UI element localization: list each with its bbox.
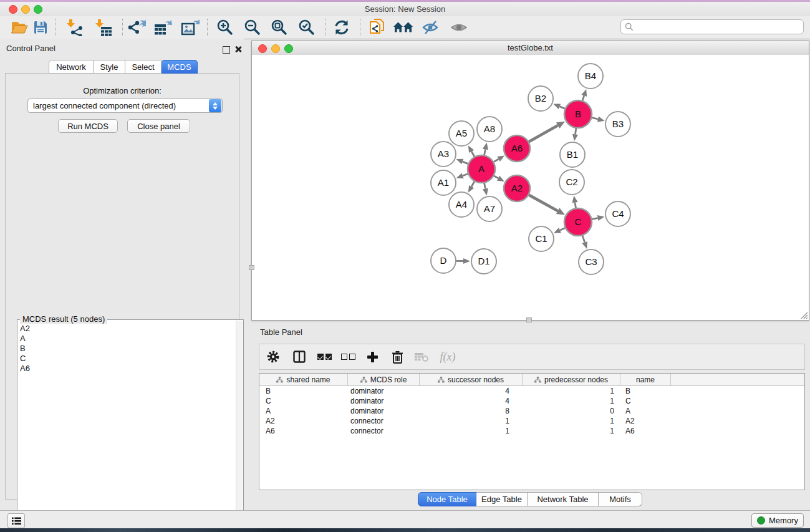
criterion-selected-value: largest connected component (directed) <box>28 101 209 110</box>
result-item[interactable]: B <box>20 344 236 354</box>
open-session-button[interactable] <box>9 17 30 37</box>
float-panel-button[interactable] <box>223 45 230 56</box>
graph-edge-B-B2[interactable] <box>559 107 564 109</box>
graph-edge-C-C2[interactable] <box>575 203 576 208</box>
search-input[interactable] <box>636 22 799 32</box>
tab-style[interactable]: Style <box>94 60 125 74</box>
import-table-button[interactable] <box>93 17 114 37</box>
mcds-result-list[interactable]: A2ABCA6 <box>19 324 236 531</box>
table-row-B[interactable]: Bdominator41B <box>259 386 804 396</box>
graph-edge-A-A6[interactable] <box>494 159 499 162</box>
frame-resize-nub-left[interactable] <box>249 265 254 270</box>
column-header-successor-nodes[interactable]: successor nodes <box>420 374 523 385</box>
table-cell: A <box>259 407 348 415</box>
home-views-button[interactable] <box>393 17 414 37</box>
graph-edge-B-B1[interactable] <box>576 128 576 135</box>
tab-motifs[interactable]: Motifs <box>599 492 642 506</box>
tab-network-table[interactable]: Network Table <box>528 492 599 506</box>
create-column-button[interactable] <box>359 347 385 366</box>
graph-edge-A-A7[interactable] <box>485 183 486 189</box>
column-header-predecessor-nodes[interactable]: predecessor nodes <box>523 374 620 385</box>
result-item[interactable]: A <box>20 334 236 344</box>
plus-icon <box>367 352 378 362</box>
refresh-button[interactable] <box>331 17 352 37</box>
search-field[interactable] <box>620 19 804 34</box>
network-graph[interactable]: B4B2BB3A5A8A6A3B1AA1C2A2A4A7CC4C1C3DD1 <box>252 55 809 320</box>
unselect-all-columns-button[interactable] <box>337 347 359 366</box>
tab-node-table[interactable]: Node Table <box>418 492 476 506</box>
table-row-A6[interactable]: A6connector11A6 <box>259 426 804 436</box>
result-item[interactable]: A6 <box>20 364 236 374</box>
table-cell: 4 <box>420 387 523 395</box>
table-cell: C <box>620 397 671 405</box>
graph-edge-A6-B[interactable] <box>529 125 558 142</box>
select-all-columns-button[interactable] <box>312 347 337 366</box>
column-header-MCDS-role[interactable]: MCDS role <box>348 374 420 385</box>
zoom-selected-button[interactable] <box>296 17 317 37</box>
memory-status-icon <box>757 516 765 525</box>
graph-edge-arrowhead <box>483 188 488 196</box>
graph-edge-B-B3[interactable] <box>592 118 598 119</box>
eye-slash-icon <box>422 19 440 36</box>
tab-edge-table[interactable]: Edge Table <box>476 492 528 506</box>
export-table-button[interactable] <box>152 17 173 37</box>
table-cell: B <box>620 387 671 395</box>
close-panel-button-mcds[interactable]: Close panel <box>127 119 190 133</box>
graph-node-label: C4 <box>612 208 624 219</box>
export-image-button[interactable] <box>180 17 201 37</box>
graph-edge-C-C3[interactable] <box>582 236 585 243</box>
table-cell: 8 <box>420 407 523 415</box>
resize-grip-icon[interactable] <box>799 310 808 319</box>
result-item[interactable]: A2 <box>20 324 236 334</box>
graph-edge-A-A2[interactable] <box>494 176 498 178</box>
zoom-in-button[interactable] <box>215 17 236 37</box>
criterion-select[interactable]: largest connected component (directed) <box>27 99 223 113</box>
table-settings-button[interactable] <box>259 347 287 366</box>
graph-edge-B-B4[interactable] <box>582 95 584 100</box>
save-session-button[interactable] <box>30 17 51 37</box>
node-table[interactable]: shared nameMCDS rolesuccessor nodesprede… <box>259 373 805 490</box>
export-network-button[interactable] <box>126 17 147 37</box>
zoom-fit-button[interactable] <box>269 17 290 37</box>
table-row-C[interactable]: Cdominator41C <box>259 396 804 406</box>
eye-icon <box>450 19 468 36</box>
clone-network-button[interactable] <box>367 17 388 37</box>
graph-edge-A-A1[interactable] <box>463 174 468 176</box>
network-window-title: testGlobe.txt <box>252 43 809 52</box>
graph-edge-arrowhead <box>582 241 587 249</box>
checked-box-icon <box>317 354 324 360</box>
graph-edge-A2-C[interactable] <box>529 195 557 211</box>
graph-edge-A-A5[interactable] <box>471 152 475 157</box>
memory-button[interactable]: Memory <box>751 513 804 528</box>
column-header-name[interactable]: name <box>620 374 671 385</box>
tab-network[interactable]: Network <box>49 60 94 74</box>
column-header-label: MCDS role <box>370 375 407 384</box>
close-panel-button[interactable] <box>234 44 242 56</box>
graph-edge-A-A4[interactable] <box>471 181 475 186</box>
graph-edge-C-C1[interactable] <box>560 228 565 231</box>
select-stepper-icon <box>209 99 221 112</box>
network-canvas[interactable]: B4B2BB3A5A8A6A3B1AA1C2A2A4A7CC4C1C3DD1 <box>252 55 809 320</box>
frame-resize-nub-bottom[interactable] <box>526 317 532 322</box>
result-scrollbar[interactable] <box>236 321 243 531</box>
import-network-button[interactable] <box>64 17 85 37</box>
graph-edge-C-C4[interactable] <box>592 218 598 220</box>
show-all-button[interactable] <box>448 17 470 37</box>
column-header-shared-name[interactable]: shared name <box>259 374 348 385</box>
task-history-button[interactable] <box>7 513 25 528</box>
tab-mcds[interactable]: MCDS <box>162 60 198 74</box>
result-item[interactable]: C <box>20 354 236 364</box>
graph-edge-A-A8[interactable] <box>485 149 486 155</box>
graph-edge-A-A3[interactable] <box>463 162 468 163</box>
trash-icon <box>392 351 403 364</box>
run-mcds-button[interactable]: Run MCDS <box>58 119 118 133</box>
zoom-out-button[interactable] <box>242 17 263 37</box>
table-row-A2[interactable]: A2connector11A2 <box>259 416 804 426</box>
table-row-A[interactable]: Adominator80A <box>259 406 804 416</box>
tab-select[interactable]: Select <box>125 60 162 74</box>
hide-selected-button[interactable] <box>420 17 441 37</box>
show-column-panel-button[interactable] <box>287 347 312 366</box>
network-window-titlebar[interactable]: testGlobe.txt <box>252 41 809 56</box>
delete-column-button[interactable] <box>385 347 409 366</box>
graph-edge-arrowhead <box>456 173 464 178</box>
